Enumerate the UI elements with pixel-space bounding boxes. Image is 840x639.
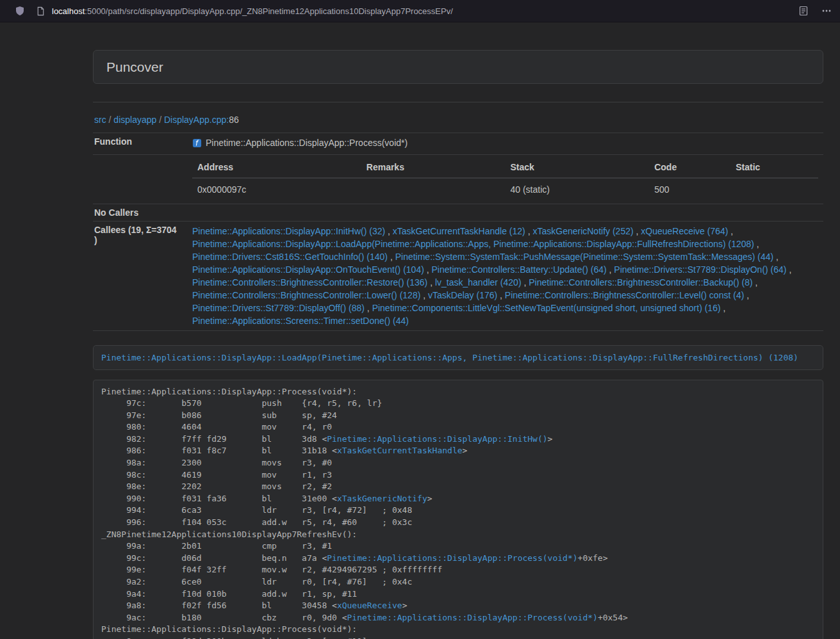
asm-symbol-link[interactable]: xQueueReceive xyxy=(337,601,402,610)
breadcrumb-link[interactable]: src xyxy=(94,115,106,125)
no-callers-label: No Callers xyxy=(93,204,187,221)
highlighted-callee-panel: Pinetime::Applications::DisplayApp::Load… xyxy=(93,345,823,370)
divider xyxy=(93,102,823,102)
asm-symbol-link[interactable]: Pinetime::Applications::DisplayApp::Init… xyxy=(327,434,547,444)
asm-line: 97e: b086 sub sp, #24 xyxy=(101,410,815,422)
callee-link[interactable]: Pinetime::Controllers::BrightnessControl… xyxy=(529,277,752,287)
callees-row: Callees (19, Σ=3704 ) Pinetime::Applicat… xyxy=(93,221,823,330)
stats-row: AddressRemarksStackCodeStatic 0x0000097c… xyxy=(93,154,823,204)
stats-value: 0x0000097c xyxy=(192,178,361,200)
callee-link[interactable]: Pinetime::Applications::DisplayApp::Init… xyxy=(192,226,385,236)
function-row: Function Pinetime::Applications::Display… xyxy=(93,133,823,155)
puncover-page: Puncover src / displayapp / DisplayApp.c… xyxy=(93,50,823,639)
asm-line: 99c: d06d beq.n a7a <Pinetime::Applicati… xyxy=(101,553,815,565)
callee-link[interactable]: Pinetime::Applications::DisplayApp::OnTo… xyxy=(192,264,424,275)
stats-value xyxy=(361,178,506,200)
stats-value xyxy=(730,178,818,200)
function-icon xyxy=(192,138,202,148)
highlighted-callee-link[interactable]: Pinetime::Applications::DisplayApp::Load… xyxy=(101,353,798,362)
breadcrumb-link[interactable]: DisplayApp.cpp: xyxy=(164,115,229,125)
menu-dots-icon[interactable] xyxy=(821,6,832,16)
asm-symbol-link[interactable]: xTaskGenericNotify xyxy=(337,494,427,503)
callee-link[interactable]: Pinetime::Controllers::BrightnessControl… xyxy=(192,277,427,287)
breadcrumb-separator: / xyxy=(106,115,114,125)
asm-symbol-link[interactable]: Pinetime::Applications::DisplayApp::Proc… xyxy=(327,553,577,563)
callee-link[interactable]: lv_task_handler (420) xyxy=(435,277,522,287)
asm-line: 98a: 2300 movs r3, #0 xyxy=(101,457,815,469)
stats-header: Code xyxy=(649,158,730,178)
callee-link[interactable]: xTaskGenericNotify (252) xyxy=(532,226,633,236)
asm-line: 9ac: b180 cbz r0, 9d0 <Pinetime::Applica… xyxy=(101,612,815,624)
callee-link[interactable]: Pinetime::Applications::DisplayApp::Load… xyxy=(192,239,754,249)
asm-line: 980: 4604 mov r4, r0 xyxy=(101,421,815,433)
url-bar[interactable]: localhost:5000/path/src/displayapp/Displ… xyxy=(52,6,798,16)
url-path: :5000/path/src/displayapp/DisplayApp.cpp… xyxy=(85,6,453,16)
asm-line: 9a4: f10d 010b add.w r1, sp, #11 xyxy=(101,588,815,601)
url-host: localhost xyxy=(52,6,85,16)
callees-label: Callees (19, Σ=3704 ) xyxy=(93,221,187,330)
stats-value: 500 xyxy=(649,178,730,200)
breadcrumb-separator: / xyxy=(156,115,164,125)
asm-line: 990: f031 fa36 bl 31e00 <xTaskGenericNot… xyxy=(101,493,815,505)
asm-line: 99e: f04f 32ff mov.w r2, #4294967295 ; 0… xyxy=(101,564,815,576)
asm-line: Pinetime::Applications::DisplayApp::Proc… xyxy=(101,386,815,398)
callee-link[interactable]: xQueueReceive (764) xyxy=(641,226,728,236)
asm-line: 98e: 2202 movs r2, #2 xyxy=(101,481,815,493)
stats-table: AddressRemarksStackCodeStatic 0x0000097c… xyxy=(192,158,818,200)
asm-symbol-link[interactable]: Pinetime::Applications::DisplayApp::Proc… xyxy=(347,613,598,622)
stats-header: Stack xyxy=(505,158,649,178)
callee-link[interactable]: Pinetime::Drivers::Cst816S::GetTouchInfo… xyxy=(192,252,388,262)
stats-header: Static xyxy=(730,158,818,178)
page-info-icon[interactable] xyxy=(36,6,45,16)
asm-line: 986: f031 f8c7 bl 31b18 <xTaskGetCurrent… xyxy=(101,445,815,457)
callee-link[interactable]: Pinetime::Drivers::St7789::DisplayOn() (… xyxy=(614,264,786,275)
no-callers-row: No Callers xyxy=(93,204,823,221)
page-title: Puncover xyxy=(106,58,810,76)
breadcrumb-link[interactable]: displayapp xyxy=(113,115,156,125)
callee-link[interactable]: Pinetime::Controllers::Battery::Update()… xyxy=(432,264,607,275)
stats-value: 40 (static) xyxy=(505,178,649,200)
asm-line: 97c: b570 push {r4, r5, r6, lr} xyxy=(101,398,815,410)
asm-symbol-link[interactable]: xTaskGetCurrentTaskHandle xyxy=(337,446,463,455)
callee-link[interactable]: vTaskDelay (176) xyxy=(428,290,497,300)
breadcrumb-line-number: 86 xyxy=(229,115,239,125)
callee-link[interactable]: xTaskGetCurrentTaskHandle (12) xyxy=(393,226,525,236)
asm-line: 99a: 2b01 cmp r3, #1 xyxy=(101,540,815,553)
callee-link[interactable]: Pinetime::Controllers::BrightnessControl… xyxy=(192,290,420,300)
callee-link[interactable]: Pinetime::Components::LittleVgl::SetNewT… xyxy=(372,303,721,313)
page-header: Puncover xyxy=(93,50,823,84)
breadcrumb: src / displayapp / DisplayApp.cpp:86 xyxy=(94,113,823,126)
asm-line: 996: f104 053c add.w r5, r4, #60 ; 0x3c xyxy=(101,517,815,529)
stats-header: Remarks xyxy=(361,158,506,178)
stats-value-row: 0x0000097c40 (static)500 xyxy=(192,178,818,200)
disassembly-block: Pinetime::Applications::DisplayApp::Proc… xyxy=(93,380,823,639)
asm-line: 982: f7ff fd29 bl 3d8 <Pinetime::Applica… xyxy=(101,433,815,446)
asm-line: Pinetime::Applications::DisplayApp::Proc… xyxy=(101,624,815,636)
callee-link[interactable]: Pinetime::Controllers::BrightnessControl… xyxy=(505,290,744,300)
stats-header: Address xyxy=(192,158,361,178)
browser-chrome: localhost:5000/path/src/displayapp/Displ… xyxy=(0,0,840,22)
callee-link[interactable]: Pinetime::System::SystemTask::PushMessag… xyxy=(395,252,774,262)
callee-link[interactable]: Pinetime::Applications::Screens::Timer::… xyxy=(192,316,409,326)
asm-line: 9a2: 6ce0 ldr r0, [r4, #76] ; 0x4c xyxy=(101,576,815,588)
callee-link[interactable]: Pinetime::Drivers::St7789::DisplayOff() … xyxy=(192,303,365,313)
asm-line: 9ae: f89d 300b ldrb.w r3, [sp, #11] xyxy=(101,636,815,639)
callees-list: Pinetime::Applications::DisplayApp::Init… xyxy=(187,221,823,330)
function-name: Pinetime::Applications::DisplayApp::Proc… xyxy=(206,136,408,149)
symbol-table: Function Pinetime::Applications::Display… xyxy=(93,133,823,331)
reader-view-icon[interactable] xyxy=(798,6,809,16)
asm-line: 98c: 4619 mov r1, r3 xyxy=(101,469,815,481)
stats-header-row: AddressRemarksStackCodeStatic xyxy=(192,158,818,178)
asm-line: _ZN8Pinetime12Applications10DisplayApp7R… xyxy=(101,529,815,541)
asm-line: 994: 6ca3 ldr r3, [r4, #72] ; 0x48 xyxy=(101,505,815,517)
asm-line: 9a8: f02f fd56 bl 30458 <xQueueReceive> xyxy=(101,600,815,612)
tracking-shield-icon[interactable] xyxy=(15,6,25,16)
function-label: Function xyxy=(93,133,187,155)
